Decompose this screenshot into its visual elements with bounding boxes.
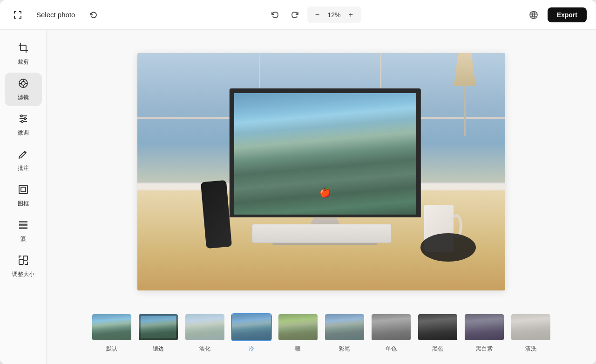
zoom-out-button[interactable]: − bbox=[311, 8, 324, 21]
filter-item-warm[interactable]: 暖 bbox=[278, 313, 318, 353]
history-button[interactable] bbox=[85, 7, 102, 23]
export-button[interactable]: Export bbox=[548, 7, 587, 22]
toolbar-center: − 12% + bbox=[266, 7, 361, 23]
filter-label-wash: 渍洗 bbox=[525, 345, 536, 353]
sidebar-item-filter[interactable]: 滤镜 bbox=[5, 73, 42, 106]
redo-button[interactable] bbox=[287, 7, 304, 23]
language-button[interactable] bbox=[525, 7, 542, 23]
filter-label-cold: 冷 bbox=[249, 345, 254, 353]
filter-thumb-black bbox=[417, 313, 458, 341]
filter-item-mono[interactable]: 单色 bbox=[371, 313, 412, 353]
svg-rect-21 bbox=[19, 260, 23, 264]
adjust-icon bbox=[18, 113, 29, 126]
filter-label-black: 黑色 bbox=[432, 345, 443, 353]
filter-item-sketch[interactable]: 彩笔 bbox=[324, 313, 365, 353]
filter-thumb-border bbox=[138, 313, 179, 341]
texture-icon bbox=[18, 219, 29, 232]
filter-thumb-sketch bbox=[324, 313, 365, 341]
svg-point-2 bbox=[21, 81, 25, 85]
monitor-screen: 🍎 bbox=[230, 88, 421, 217]
svg-point-12 bbox=[21, 121, 23, 122]
sidebar-item-crop[interactable]: 裁剪 bbox=[5, 37, 42, 71]
sidebar-label-resize: 调整大小 bbox=[12, 270, 34, 278]
resize-icon bbox=[18, 255, 29, 268]
filter-item-border[interactable]: 镶边 bbox=[138, 313, 179, 353]
sidebar: 裁剪 滤镜 bbox=[0, 30, 47, 364]
filter-thumb-bw-purple bbox=[464, 313, 505, 341]
sidebar-item-annotate[interactable]: 批注 bbox=[5, 143, 42, 177]
sidebar-item-frame[interactable]: 图框 bbox=[5, 179, 42, 212]
select-photo-button[interactable]: Select photo bbox=[32, 8, 80, 21]
undo-button[interactable] bbox=[266, 7, 283, 23]
filter-label-bw-purple: 黑白紫 bbox=[476, 345, 493, 353]
filter-thumb-fade bbox=[184, 313, 225, 341]
svg-rect-13 bbox=[19, 185, 27, 194]
sidebar-item-resize[interactable]: 调整大小 bbox=[5, 249, 42, 283]
filter-item-fade[interactable]: 淡化 bbox=[184, 313, 225, 353]
filter-item-wash[interactable]: 渍洗 bbox=[510, 313, 551, 353]
zoom-value: 12% bbox=[326, 11, 343, 19]
apple-logo-icon: 🍎 bbox=[319, 187, 331, 198]
filter-item-cold[interactable]: 冷 bbox=[231, 313, 272, 353]
zoom-in-button[interactable]: + bbox=[345, 8, 358, 21]
sidebar-item-adjust[interactable]: 微调 bbox=[5, 108, 42, 142]
fullscreen-button[interactable] bbox=[9, 7, 26, 23]
svg-rect-22 bbox=[23, 256, 27, 260]
filter-thumb-default bbox=[91, 313, 132, 341]
toolbar: Select photo bbox=[0, 0, 596, 30]
filter-item-default[interactable]: 默认 bbox=[91, 313, 132, 353]
sidebar-label-adjust: 微调 bbox=[18, 129, 29, 137]
app-window: Select photo bbox=[0, 0, 596, 364]
svg-rect-14 bbox=[21, 187, 26, 192]
main-area: 裁剪 滤镜 bbox=[0, 30, 596, 364]
toolbar-right: Export bbox=[525, 7, 587, 23]
sidebar-label-crop: 裁剪 bbox=[18, 58, 29, 66]
zoom-control: − 12% + bbox=[307, 7, 361, 23]
svg-point-10 bbox=[20, 115, 22, 117]
filter-thumb-mono bbox=[371, 313, 412, 341]
sidebar-label-annotate: 批注 bbox=[18, 164, 29, 172]
frame-icon bbox=[18, 184, 29, 197]
svg-point-11 bbox=[24, 118, 26, 120]
sidebar-label-frame: 图框 bbox=[18, 200, 29, 208]
filter-label-border: 镶边 bbox=[153, 345, 164, 353]
photo-canvas: 🍎 bbox=[137, 53, 505, 290]
filter-item-bw-purple[interactable]: 黑白紫 bbox=[464, 313, 505, 353]
sidebar-label-filter: 滤镜 bbox=[18, 94, 29, 101]
canvas-area: 🍎 bbox=[47, 30, 596, 364]
lamp bbox=[454, 53, 475, 136]
photo-container: 🍎 bbox=[54, 37, 589, 306]
filter-label-sketch: 彩笔 bbox=[339, 345, 350, 353]
annotate-icon bbox=[18, 148, 29, 162]
toolbar-left: Select photo bbox=[9, 7, 102, 23]
filter-label-default: 默认 bbox=[106, 345, 117, 353]
filter-label-warm: 暖 bbox=[295, 345, 301, 353]
sidebar-item-texture[interactable]: 纂 bbox=[5, 214, 42, 248]
filter-thumb-wash bbox=[510, 313, 551, 341]
filter-strip: 默认 镶边 淡化 bbox=[80, 306, 562, 357]
crop-icon bbox=[18, 42, 29, 55]
sidebar-label-texture: 纂 bbox=[20, 235, 26, 243]
keyboard bbox=[252, 224, 392, 243]
mousepad bbox=[420, 233, 476, 262]
filter-label-fade: 淡化 bbox=[199, 345, 210, 353]
filter-label-mono: 单色 bbox=[386, 345, 397, 353]
filter-thumb-cold bbox=[231, 313, 272, 341]
filter-icon bbox=[18, 78, 29, 91]
filter-thumb-warm bbox=[278, 313, 318, 341]
filter-item-black[interactable]: 黑色 bbox=[417, 313, 458, 353]
